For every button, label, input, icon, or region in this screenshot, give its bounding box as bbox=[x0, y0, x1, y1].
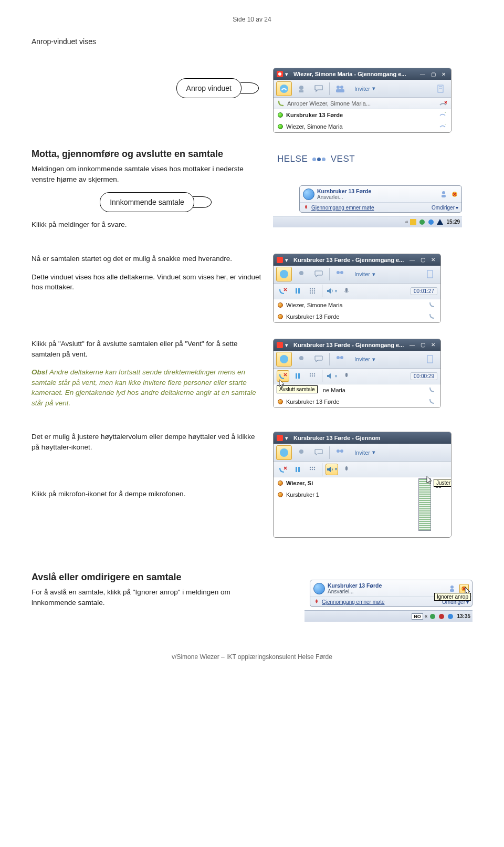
add-icon[interactable]: + bbox=[439, 111, 447, 119]
titlebar[interactable]: ▾ Kursbruker 13 Førde - Gjennomgang e...… bbox=[274, 339, 440, 351]
speaker-button[interactable]: ▾ bbox=[326, 464, 338, 475]
webcam-button[interactable] bbox=[293, 445, 309, 460]
invite-button[interactable]: Inviter▾ bbox=[350, 267, 380, 281]
tray-icon[interactable] bbox=[418, 218, 426, 226]
tray-expand-icon[interactable]: « bbox=[425, 613, 428, 619]
drop-icon: ▾ bbox=[285, 435, 291, 441]
person-icon[interactable] bbox=[449, 585, 457, 592]
hold-button[interactable] bbox=[291, 464, 304, 475]
webcam-button[interactable] bbox=[293, 267, 309, 281]
reject-icon[interactable] bbox=[451, 191, 458, 198]
svg-rect-43 bbox=[277, 342, 283, 348]
person-icon[interactable] bbox=[441, 191, 448, 198]
titlebar[interactable]: ▾ Kursbruker 13 Førde - Gjennomgang e...… bbox=[274, 254, 440, 266]
minimize-button[interactable]: — bbox=[408, 256, 416, 264]
options-button[interactable] bbox=[433, 81, 448, 96]
maximize-button[interactable]: ▢ bbox=[418, 341, 427, 349]
tray-icon[interactable] bbox=[436, 218, 444, 226]
paragraph: For å avslå en samtale, klikk på "Ignore… bbox=[32, 587, 262, 608]
options-button[interactable] bbox=[422, 267, 438, 281]
speaker-button[interactable]: ▾ bbox=[326, 285, 338, 297]
dialpad-button[interactable] bbox=[306, 370, 319, 382]
tray-icon[interactable] bbox=[429, 613, 436, 620]
phone-icon[interactable] bbox=[429, 398, 436, 405]
close-button[interactable]: ✕ bbox=[429, 256, 437, 264]
participant-row[interactable]: Kursbruker 13 Førde bbox=[274, 396, 440, 407]
incoming-call-toast[interactable]: Kursbruker 13 Førde Ansvarlei... Gjennom… bbox=[299, 185, 462, 213]
call-tab-button[interactable] bbox=[276, 81, 292, 96]
mic-button[interactable] bbox=[340, 285, 353, 297]
end-call-button[interactable] bbox=[277, 464, 289, 475]
close-button[interactable]: ✕ bbox=[429, 341, 437, 349]
chevron-down-icon: ▾ bbox=[372, 449, 375, 456]
ocs-anrop-window: ▾ Wiezer, Simone Maria - Gjennomgang e..… bbox=[273, 68, 452, 133]
mic-button[interactable] bbox=[340, 464, 353, 475]
system-tray: NO « 13:35 bbox=[304, 610, 472, 622]
volume-slider[interactable]: Juster høyttalervolum bbox=[418, 478, 431, 531]
minimize-button[interactable]: — bbox=[408, 341, 416, 349]
subject-link[interactable]: Gjennomgang emner møte bbox=[311, 205, 374, 211]
svg-point-39 bbox=[310, 292, 311, 294]
participant-name-partial: ne Maria bbox=[323, 387, 426, 393]
chat-button[interactable] bbox=[311, 267, 327, 281]
add-icon[interactable]: + bbox=[439, 123, 447, 130]
call-tab-button[interactable] bbox=[276, 352, 292, 367]
chat-button[interactable] bbox=[311, 81, 327, 96]
chat-button[interactable] bbox=[311, 352, 327, 367]
hangup-icon[interactable] bbox=[439, 100, 447, 107]
phone-icon[interactable] bbox=[429, 301, 436, 309]
end-call-button[interactable] bbox=[277, 285, 289, 297]
redirect-dropdown[interactable]: Omdiriger ▾ bbox=[432, 205, 458, 211]
call-timer: 00:00:29 bbox=[411, 372, 437, 380]
hold-button[interactable] bbox=[291, 285, 304, 297]
invite-button[interactable]: Inviter▾ bbox=[350, 445, 380, 460]
add-people-button[interactable] bbox=[332, 267, 348, 281]
participant-list: Avslutt samtale ne Maria Kursbruker 13 F… bbox=[274, 384, 440, 407]
call-tab-button[interactable] bbox=[276, 445, 292, 460]
chat-button[interactable] bbox=[311, 445, 327, 460]
tray-expand-icon[interactable]: « bbox=[405, 219, 408, 225]
maximize-button[interactable]: ▢ bbox=[429, 70, 437, 78]
invite-button[interactable]: Inviter▾ bbox=[350, 352, 380, 367]
titlebar[interactable]: ▾ Kursbruker 13 Førde - Gjennom bbox=[274, 432, 451, 444]
phone-icon[interactable] bbox=[429, 313, 436, 320]
svg-point-73 bbox=[312, 469, 313, 470]
titlebar[interactable]: ▾ Wiezer, Simone Maria - Gjennomgang e..… bbox=[274, 68, 451, 80]
minimize-button[interactable]: — bbox=[418, 70, 427, 78]
hold-button[interactable] bbox=[291, 370, 304, 382]
caller-name: Kursbruker 13 Førde bbox=[317, 188, 438, 194]
subject-link[interactable]: Gjennomgang emner møte bbox=[322, 599, 385, 605]
participant-row[interactable]: Kursbruker 13 Førde bbox=[274, 311, 440, 322]
speaker-button[interactable]: ▾ bbox=[326, 370, 338, 382]
invite-button[interactable]: Inviter ▾ bbox=[350, 81, 380, 96]
participant-row[interactable]: Wiezer, Simone Maria + bbox=[274, 121, 451, 132]
svg-point-58 bbox=[314, 375, 315, 377]
dialpad-button[interactable] bbox=[306, 464, 319, 475]
add-people-button[interactable] bbox=[332, 81, 348, 96]
presence-icon bbox=[278, 399, 283, 404]
participant-row[interactable]: Kursbruker 1 bbox=[274, 489, 414, 500]
mic-button[interactable] bbox=[340, 370, 353, 382]
dialpad-button[interactable] bbox=[306, 285, 319, 297]
tray-icon[interactable] bbox=[438, 613, 445, 620]
participant-row[interactable]: Wiezer, Simone Maria bbox=[274, 299, 440, 311]
tray-icon[interactable] bbox=[427, 218, 435, 226]
maximize-button[interactable]: ▢ bbox=[418, 256, 427, 264]
webcam-button[interactable] bbox=[293, 352, 309, 367]
tray-lang[interactable]: NO bbox=[412, 613, 423, 620]
webcam-button[interactable] bbox=[293, 81, 309, 96]
add-people-button[interactable] bbox=[332, 352, 348, 367]
incoming-call-toast[interactable]: Kursbruker 13 Førde Ansvarlei... Gjennom… bbox=[310, 580, 472, 607]
participant-row[interactable]: Kursbruker 13 Førde + bbox=[274, 109, 451, 121]
call-tab-button[interactable] bbox=[276, 267, 292, 281]
tray-icon[interactable] bbox=[447, 613, 454, 620]
phone-icon[interactable] bbox=[429, 386, 436, 394]
options-button[interactable] bbox=[422, 352, 438, 367]
drop-icon: ▾ bbox=[285, 71, 291, 77]
close-button[interactable]: ✕ bbox=[439, 70, 448, 78]
participant-row[interactable]: Wiezer, Si bbox=[274, 477, 414, 489]
tray-icon[interactable] bbox=[410, 218, 417, 226]
participant-row[interactable]: Avslutt samtale ne Maria bbox=[274, 384, 440, 396]
svg-point-47 bbox=[340, 356, 343, 359]
add-people-button[interactable] bbox=[332, 445, 348, 460]
